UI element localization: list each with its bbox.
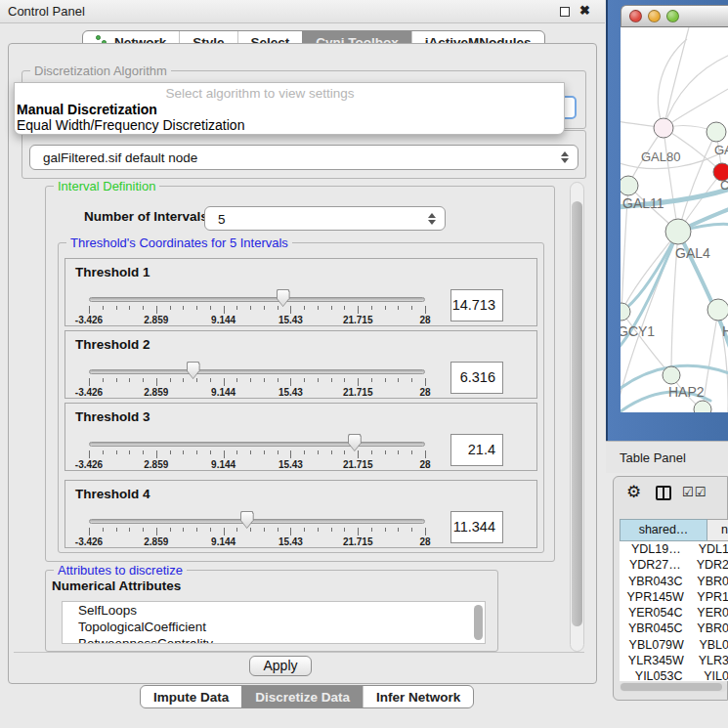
right-column: GAL80GACGAL11GAL4GCY1HHAP2 Table Panel ⚙… <box>606 0 728 728</box>
network-node[interactable] <box>665 219 691 244</box>
hscrollbar-thumb[interactable] <box>621 683 722 691</box>
tab-impute-data[interactable]: Impute Data <box>141 686 241 707</box>
number-of-intervals-combobox[interactable]: 5 <box>204 206 446 231</box>
bottom-tab-bar: Impute DataDiscretize DataInfer Network <box>140 685 474 708</box>
cell-shared-name: YBR043C <box>620 574 691 589</box>
threshold-slider[interactable]: -3.4262.8599.14415.4321.71528 <box>89 259 425 327</box>
attribute-list-item[interactable]: TopologicalCoefficient <box>63 619 485 635</box>
network-window-titlebar[interactable] <box>621 5 728 27</box>
number-of-intervals-label: Number of Intervals <box>84 209 208 224</box>
algorithm-option[interactable]: Manual Discretization <box>17 102 157 117</box>
apply-button[interactable]: Apply <box>249 656 312 676</box>
tick-label: -3.426 <box>75 387 103 398</box>
table-row[interactable]: YBL079WYBL0 <box>620 637 728 653</box>
table-row[interactable]: YBR043CYBR0 <box>620 574 728 589</box>
threshold-slider[interactable]: -3.4262.8599.14415.4321.71528 <box>89 331 425 400</box>
network-node[interactable] <box>694 401 711 412</box>
tick-label: 21.715 <box>343 536 373 547</box>
column-header[interactable]: shared… <box>620 519 707 541</box>
column-header[interactable]: na <box>707 519 728 541</box>
table-horizontal-scrollbar[interactable] <box>620 682 727 692</box>
table-row[interactable]: YDR27…YDR2 <box>620 557 728 573</box>
tab-discretize-data[interactable]: Discretize Data <box>241 686 363 707</box>
slider-track[interactable] <box>89 297 425 302</box>
table-panel-title: Table Panel <box>620 450 686 465</box>
slider-track[interactable] <box>89 442 425 447</box>
slider-track[interactable] <box>89 519 425 524</box>
thresholds-fieldset-title: Threshold's Coordinates for 5 Intervals <box>66 236 292 250</box>
threshold-value-field[interactable]: 11.344 <box>450 511 503 543</box>
threshold-value-field[interactable]: 6.316 <box>450 362 503 394</box>
table-body[interactable]: YDL19…YDL1YDR27…YDR2YBR043CYBR0YPR145WYP… <box>620 541 728 681</box>
network-node-label: GCY1 <box>621 323 655 339</box>
attributes-fieldset: Attributes to discretize Numerical Attri… <box>45 570 498 652</box>
network-node[interactable] <box>707 122 726 142</box>
network-node[interactable] <box>663 366 680 384</box>
slider-tick-labels: -3.4262.8599.14415.4321.71528 <box>89 459 425 470</box>
table-row[interactable]: YLR345WYLR3 <box>620 653 728 668</box>
threshold-slider[interactable]: -3.4262.8599.14415.4321.71528 <box>89 404 425 472</box>
table-row[interactable]: YER054CYER0 <box>620 605 728 621</box>
close-traffic-light[interactable] <box>629 10 642 22</box>
slider-thumb[interactable] <box>240 511 254 529</box>
tick-label: 9.144 <box>211 387 236 398</box>
network-node-label: GAL11 <box>622 195 664 211</box>
numerical-attributes-list[interactable]: SelfLoopsTopologicalCoefficientBetweenne… <box>62 601 486 644</box>
network-canvas[interactable]: GAL80GACGAL11GAL4GCY1HHAP2 <box>621 27 728 412</box>
zoom-traffic-light[interactable] <box>666 10 679 22</box>
slider-track[interactable] <box>89 369 425 374</box>
table-row[interactable]: YDL19…YDL1 <box>620 541 728 557</box>
table-data-combobox[interactable]: galFiltered.sif default node <box>29 145 578 170</box>
tab-label: Infer Network <box>376 690 460 705</box>
tick-label: 9.144 <box>211 536 236 547</box>
tab-label: Impute Data <box>153 690 229 705</box>
tick-label: -3.426 <box>75 459 103 470</box>
thresholds-fieldset: Threshold's Coordinates for 5 Intervals … <box>58 242 544 553</box>
table-row[interactable]: YPR145WYPR1 <box>620 589 728 605</box>
network-node[interactable] <box>707 299 728 321</box>
scrollbar-thumb[interactable] <box>572 201 582 626</box>
threshold-panel: Threshold 4-3.4262.8599.14415.4321.71528… <box>64 480 537 548</box>
cell-name: YBR0 <box>691 574 728 589</box>
tick-label: 15.43 <box>278 387 303 398</box>
slider-ticks <box>89 306 425 315</box>
tick-label: 9.144 <box>211 459 236 470</box>
tab-infer-network[interactable]: Infer Network <box>363 686 473 707</box>
slider-tick-labels: -3.4262.8599.14415.4321.71528 <box>89 387 425 398</box>
list-scrollbar-thumb[interactable] <box>474 605 483 640</box>
cell-shared-name: YDR27… <box>620 557 691 573</box>
cell-name: YBR0 <box>691 621 728 636</box>
threshold-value-field[interactable]: 14.713 <box>450 289 503 321</box>
panel-scrollbar[interactable] <box>570 182 584 652</box>
algorithm-option[interactable]: Equal Width/Frequency Discretization <box>17 117 244 133</box>
tick-label: 9.144 <box>211 315 236 325</box>
table-row[interactable]: YIL053CYIL0 <box>620 668 728 681</box>
network-node[interactable] <box>654 118 673 138</box>
gear-icon[interactable]: ⚙ <box>626 482 641 502</box>
cell-shared-name: YBR045C <box>620 621 691 636</box>
tick-label: 2.859 <box>144 387 168 398</box>
tick-label: 28 <box>419 459 430 470</box>
slider-thumb[interactable] <box>187 362 200 379</box>
stepper-icon <box>428 213 436 225</box>
slider-tick-labels: -3.4262.8599.14415.4321.71528 <box>89 315 425 325</box>
tick-label: 21.715 <box>343 387 373 398</box>
cell-name: YBL0 <box>693 637 728 653</box>
threshold-slider[interactable]: -3.4262.8599.14415.4321.71528 <box>89 481 425 549</box>
table-row[interactable]: YBR045CYBR0 <box>620 621 728 636</box>
attribute-list-item[interactable]: SelfLoops <box>63 602 485 619</box>
attribute-list-item[interactable]: BetweennessCentrality <box>63 635 485 644</box>
minimize-traffic-light[interactable] <box>648 10 661 22</box>
slider-thumb[interactable] <box>277 289 290 307</box>
tick-label: 2.859 <box>144 459 168 470</box>
slider-thumb[interactable] <box>348 434 362 451</box>
float-panel-icon[interactable] <box>560 7 570 17</box>
column-layout-icon[interactable] <box>656 486 671 500</box>
threshold-panel: Threshold 2-3.4262.8599.14415.4321.71528… <box>64 330 537 399</box>
network-node[interactable] <box>621 176 638 195</box>
threshold-value-field[interactable]: 21.4 <box>450 434 503 466</box>
slider-tick-labels: -3.4262.8599.14415.4321.71528 <box>89 536 425 547</box>
algorithm-dropdown-popup: Select algorithm to view settings Manual… <box>14 82 565 135</box>
select-columns-icon[interactable]: ☑☑ <box>682 485 707 499</box>
close-panel-icon[interactable]: ✖ <box>579 3 590 18</box>
